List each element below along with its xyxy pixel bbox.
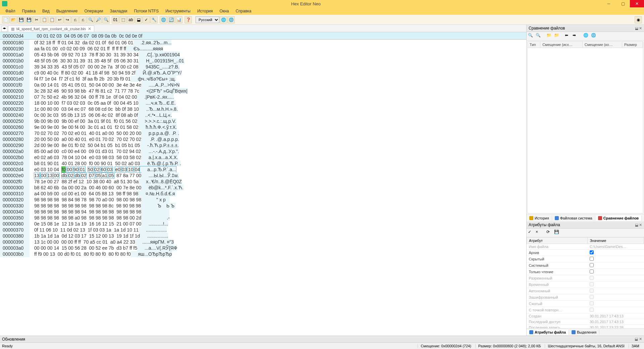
hex-row[interactable]: 000001e0f4 f7 1e 04 f7 2f c1 fd 3f aa fb… — [0, 76, 526, 82]
hex-row[interactable]: 000003801b 1a 1d 1a 0d 12 03 17 15 12 00… — [0, 233, 526, 239]
toolbar-button[interactable]: 🔍 — [102, 16, 110, 23]
attr-checkbox[interactable] — [590, 250, 594, 254]
hex-row[interactable]: 000002e013 00 13 00 db 02 db 02 07 05 a1… — [0, 172, 526, 179]
hex-row[interactable]: 0000039013 1c 00 00 00 00 ff ff 70 a5 cc… — [0, 239, 526, 245]
hex-row[interactable]: 000002609e 00 9e 00 9e 00 f4 00 3c 01 a1… — [0, 124, 526, 130]
hex-row[interactable]: 000002f078 1e 00 27 88 2f ef 12 10 38 00… — [0, 179, 526, 185]
cmp-toolbar-button[interactable]: 🌐 — [583, 33, 590, 40]
toolbar-button[interactable]: 📂 — [10, 16, 17, 23]
panel-tab[interactable]: Файловая система — [552, 215, 595, 221]
hex-row[interactable]: 000002400c 00 3c 03 95 0b 13 15 06 06 4c… — [0, 112, 526, 118]
menu-Потоки NTFS[interactable]: Потоки NTFS — [130, 8, 162, 14]
hex-row[interactable]: 000002509b 00 9b 00 9b 00 ef 00 3a 01 9f… — [0, 118, 526, 124]
tab-close-icon[interactable]: ✕ — [88, 27, 91, 31]
menu-Вид[interactable]: Вид — [39, 8, 53, 14]
toolbar-button[interactable]: ◉ — [635, 16, 642, 23]
menu-Инструменты[interactable]: Инструменты — [162, 8, 194, 14]
attr-checkbox[interactable] — [590, 263, 594, 267]
pin-icon[interactable]: ⬓ — [635, 337, 638, 341]
toolbar-button[interactable]: 🔧 — [150, 16, 158, 23]
menu-Выделение[interactable]: Выделение — [53, 8, 81, 14]
attr-grid[interactable]: АтрибутЗначение Имя файлаC:\Users\Game\D… — [527, 237, 644, 328]
toolbar-button[interactable]: 💾 — [25, 16, 33, 23]
cmp-toolbar-button[interactable]: ⬅ — [565, 33, 572, 40]
hex-row[interactable]: 0000035098 98 98 98 98 98 a0 98 98 98 98… — [0, 215, 526, 221]
cmp-toolbar-button[interactable]: 🌐 — [591, 33, 598, 40]
close-button[interactable]: ✕ — [630, 0, 644, 7]
toolbar-button[interactable]: 🔄 — [167, 16, 175, 23]
cmp-toolbar-button[interactable]: 🔍 — [528, 33, 535, 40]
pin-icon[interactable]: ⬓ — [635, 223, 638, 227]
hex-row[interactable]: 000002c0b8 01 90 01 40 01 28 00 f0 00 90… — [0, 160, 526, 166]
menu-Закладки[interactable]: Закладки — [107, 8, 131, 14]
toolbar-button[interactable]: ⬚ — [119, 16, 127, 23]
hex-row[interactable]: 0000032098 98 98 98 98 84 98 78 98 70 a0… — [0, 197, 526, 203]
hex-row[interactable]: 00000190aa fa 01 00 c0 02 00 09 06 02 01… — [0, 46, 526, 52]
compare-table[interactable]: ТипСмещение (исх…Смещение (ко…Размер — [527, 41, 643, 213]
hex-row[interactable]: 00000310a4 00 b9 00 cd 00 e1 00 64 05 88… — [0, 191, 526, 197]
cmp-toolbar-button[interactable]: ➡ — [573, 33, 579, 40]
panel-tab[interactable]: Сравнение файлов — [595, 215, 642, 221]
toolbar-button[interactable]: 🌐 — [160, 16, 167, 23]
panel-close-icon[interactable]: ✕ — [639, 337, 642, 341]
hex-row[interactable]: 000002b0e0 02 a6 03 78 04 10 04 e0 03 98… — [0, 154, 526, 160]
toolbar-button[interactable]: 🔍 — [87, 16, 94, 23]
hex-row[interactable]: 000003a000 00 00 14 15 00 56 28 00 52 ee… — [0, 245, 526, 251]
hex-row[interactable]: 00000300b8 62 40 6b 0a 00 00 2a 00 46 00… — [0, 185, 526, 191]
toolbar-button[interactable]: 📋 — [41, 16, 48, 23]
panel-close-icon[interactable]: ✕ — [639, 223, 642, 227]
attr-toolbar-button[interactable]: 💾 — [554, 230, 561, 236]
toolbar-button[interactable]: ✓ — [143, 16, 150, 23]
toolbar-button[interactable]: 📋 — [48, 16, 56, 23]
tab-prev-button[interactable]: ◂▸ — [1, 26, 7, 32]
file-tab[interactable]: ▥ t4_speed_fuel_rpm_coolant_ok_cruise.bi… — [8, 26, 94, 32]
toolbar-button[interactable]: ab — [127, 16, 135, 23]
toolbar-button[interactable]: ⎌ — [71, 16, 79, 23]
menu-История[interactable]: История — [194, 8, 216, 14]
hex-row[interactable]: 0000028020 00 50 00 a0 00 40 01 e0 01 70… — [0, 136, 526, 142]
toolbar-button[interactable]: ❓ — [184, 16, 192, 23]
toolbar-button[interactable]: 📄 — [2, 16, 9, 23]
cmp-toolbar-button[interactable]: 🔍 — [536, 33, 542, 40]
hex-row[interactable]: 000001c039 34 33 35 43 5f 05 07 00 00 2e… — [0, 64, 526, 70]
minimize-button[interactable]: ─ — [602, 0, 616, 7]
hex-row[interactable]: 000001f00a 00 14 01 05 41 05 01 50 04 00… — [0, 82, 526, 88]
attr-checkbox[interactable] — [590, 257, 594, 261]
toolbar-button[interactable]: 📊 — [175, 16, 182, 23]
toolbar-button[interactable]: ⎌ — [79, 16, 87, 23]
hex-row[interactable]: 0000022018 00 10 00 f7 03 02 03 0c 05 aa… — [0, 100, 526, 106]
toolbar-button[interactable]: 🌐 — [220, 16, 227, 23]
hex-row[interactable]: 000003700f 11 06 10 11 0d 02 13 1f 03 03… — [0, 227, 526, 233]
attr-toolbar-button[interactable]: ✓ — [528, 230, 535, 236]
toolbar-button[interactable]: ↩ — [56, 16, 63, 23]
attr-toolbar-button[interactable]: ⟳ — [546, 230, 553, 236]
toolbar-button[interactable]: 🔎 — [95, 16, 102, 23]
hex-row[interactable]: 000001a005 43 5b 06 09 92 70 13 78 ff 30… — [0, 52, 526, 58]
menu-Справка[interactable]: Справка — [232, 8, 255, 14]
hex-row[interactable]: 0000034098 98 98 98 98 98 98 94 98 98 98… — [0, 209, 526, 215]
menu-Файл[interactable]: Файл — [2, 8, 19, 14]
panel-tab[interactable]: История — [527, 215, 552, 221]
menu-Операции[interactable]: Операции — [81, 8, 106, 14]
menu-Окна[interactable]: Окна — [216, 8, 232, 14]
hex-row[interactable]: 000001800f 32 18 ff ff 01 04 32 da 02 01… — [0, 40, 526, 46]
hex-row[interactable]: 000002902d 00 9e 00 8e 01 f0 02 50 04 b1… — [0, 142, 526, 148]
hex-row[interactable]: 000003b0ff f9 00 13 00 d0 f0 01 80 f0 80… — [0, 251, 526, 257]
attr-panel-tab[interactable]: Атрибуты файла — [527, 330, 569, 335]
toolbar-button[interactable]: ⬓ — [135, 16, 142, 23]
attr-toolbar-button[interactable]: × — [536, 230, 542, 236]
attr-checkbox[interactable] — [590, 269, 594, 273]
hex-row[interactable]: 000002d4e0 03 10 04 f0 00 90 01 50 02 60… — [0, 166, 526, 172]
panel-close-icon[interactable]: ✕ — [639, 26, 642, 31]
hex-row[interactable]: 000002301c 00 80 00 03 04 ec 07 68 08 cd… — [0, 106, 526, 112]
toolbar-button[interactable]: 01 — [112, 16, 119, 23]
hex-row[interactable]: 000002003c 28 32 46 90 93 98 bb 47 f6 81… — [0, 88, 526, 94]
toolbar-button[interactable]: ↪ — [64, 16, 71, 23]
hex-row[interactable]: 0000027070 02 70 02 70 02 e0 01 40 01 a0… — [0, 130, 526, 136]
language-select[interactable]: Русский — [196, 16, 219, 23]
toolbar-button[interactable]: 🌐 — [227, 16, 235, 23]
hex-view[interactable]: 000001800f 32 18 ff ff 01 04 32 da 02 01… — [0, 40, 526, 336]
cmp-toolbar-button[interactable]: 📁 — [554, 33, 561, 40]
hex-row[interactable]: 000001d0c9 00 40 0c ff 80 02 00 41 18 4f… — [0, 70, 526, 76]
hex-row[interactable]: 000002a085 00 ad 00 c0 00 e4 00 09 01 d3… — [0, 148, 526, 154]
